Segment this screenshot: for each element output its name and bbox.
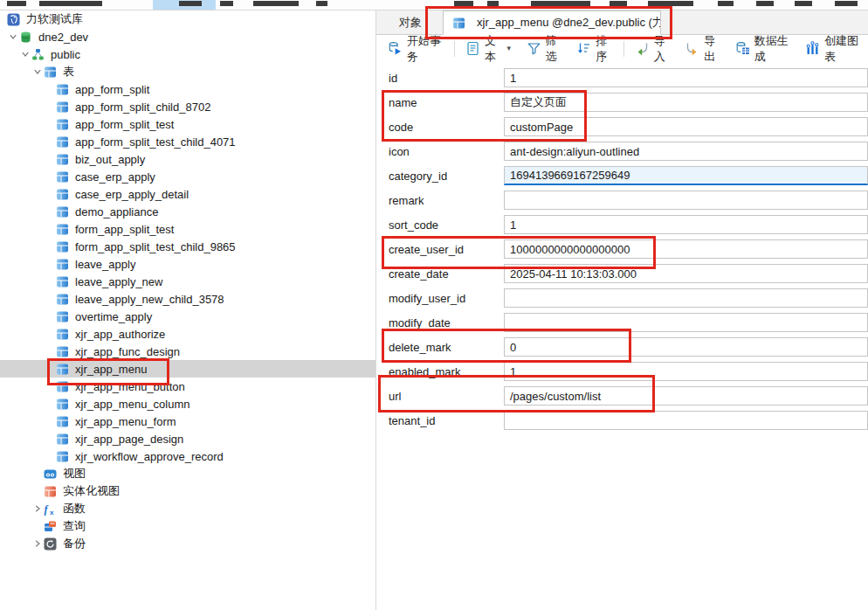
sort-button[interactable]: 排序 [569, 38, 620, 59]
table-icon [56, 345, 69, 358]
field-value-icon[interactable]: ant-design:aliyun-outlined [504, 142, 868, 161]
tree-item-label: dne2_dev [38, 31, 93, 44]
field-label-category_id: category_id [376, 170, 504, 183]
begin-transaction-button[interactable]: 开始事务 [381, 38, 451, 59]
tree-item-label: xjr_app_menu_button [75, 380, 190, 393]
field-value-delete_mark[interactable]: 0 [504, 337, 868, 357]
chevron-down-icon[interactable] [31, 68, 44, 75]
field-row-sort_code: sort_code1 [376, 212, 868, 237]
table-icon [56, 310, 69, 323]
field-value-category_id[interactable]: 1694139669167259649 [504, 166, 868, 185]
tab-bar: 对象 xjr_app_menu @dne2_dev.public (力... [376, 10, 868, 35]
text-mode-button[interactable]: 文本▼ [458, 38, 520, 59]
database-icon [19, 31, 32, 44]
field-value-create_user_id[interactable]: 1000000000000000000 [504, 239, 868, 259]
filter-label: 筛选 [546, 33, 563, 65]
tab-objects[interactable]: 对象 [376, 10, 443, 34]
field-value-code[interactable]: customPage [504, 117, 868, 136]
import-icon [635, 41, 650, 56]
data-generation-button[interactable]: 数据生成 [728, 38, 798, 59]
tree-item-section[interactable]: 备份 [0, 535, 375, 552]
tree-item-label: xjr_app_menu [75, 363, 152, 376]
chevron-right-icon[interactable] [31, 505, 44, 512]
field-value-enabled_mark[interactable]: 1 [504, 362, 868, 381]
tab-xjr-app-menu[interactable]: xjr_app_menu @dne2_dev.public (力... [443, 10, 661, 35]
field-row-create_user_id: create_user_id1000000000000000000 [376, 237, 868, 261]
field-value-name[interactable]: 自定义页面 [504, 93, 868, 112]
table-icon [56, 223, 69, 236]
table-icon [56, 293, 69, 306]
table-icon [452, 17, 465, 30]
tree-item-table-xjr_app_func_design[interactable]: xjr_app_func_design [0, 343, 375, 360]
field-row-remark: remark [376, 188, 868, 212]
tree-item-table-overtime_apply[interactable]: overtime_apply [0, 308, 375, 325]
tree-item-table-xjr_app_authorize[interactable]: xjr_app_authorize [0, 325, 375, 343]
tree-item-label: 备份 [63, 536, 91, 551]
table-icon [56, 433, 69, 446]
top-ribbon-cropped [0, 0, 868, 10]
tree-item-table-form_app_split_test[interactable]: form_app_split_test [0, 220, 375, 238]
tree-item-table-xjr_app_menu_column[interactable]: xjr_app_menu_column [0, 395, 375, 412]
import-button[interactable]: 导入 [628, 38, 679, 59]
field-value-remark[interactable] [504, 191, 868, 210]
create-chart-button[interactable]: 创建图表 [798, 38, 868, 59]
tree-item-table-xjr_app_menu[interactable]: xjr_app_menu [0, 360, 375, 378]
field-value-id[interactable]: 1 [504, 68, 868, 87]
chevron-down-icon[interactable] [19, 51, 31, 58]
tree-item-table-demo_appliance[interactable]: demo_appliance [0, 203, 375, 220]
tree-item-section[interactable]: fx函数 [0, 500, 375, 517]
field-value-create_date[interactable]: 2025-04-11 10:13:03.000 [504, 264, 868, 283]
tree-item-table-leave_apply[interactable]: leave_apply [0, 255, 375, 273]
chevron-down-icon[interactable] [7, 33, 19, 40]
tree-item-section[interactable]: 查询 [0, 517, 375, 535]
tree-item-label: app_form_split_test_child_4071 [75, 135, 241, 149]
field-value-modify_date[interactable] [504, 313, 868, 332]
tree-item-table-leave_apply_new_child_3578[interactable]: leave_apply_new_child_3578 [0, 290, 375, 308]
tree-item-table-xjr_app_menu_form[interactable]: xjr_app_menu_form [0, 412, 375, 430]
tree-item-table-case_erp_apply[interactable]: case_erp_apply [0, 168, 375, 185]
tree-item-table-case_erp_apply_detail[interactable]: case_erp_apply_detail [0, 185, 375, 203]
table-icon [56, 188, 69, 201]
ribbon-fragment [531, 1, 590, 6]
tree-item-tables-folder[interactable]: 表 [0, 63, 375, 80]
tree-item-table-biz_out_apply[interactable]: biz_out_apply [0, 150, 375, 168]
field-value-url[interactable]: /pages/custom/list [504, 386, 868, 406]
tree-item-label: xjr_app_authorize [75, 328, 170, 341]
tree-item-connection[interactable]: 力软测试库 [0, 10, 375, 28]
datagen-icon [735, 41, 750, 56]
tree-item-table-xjr_workflow_approve_record[interactable]: xjr_workflow_approve_record [0, 447, 375, 465]
tree-item-label: 力软测试库 [26, 11, 88, 27]
tree-item-label: demo_appliance [75, 205, 163, 218]
tree-item-label: 查询 [63, 518, 91, 534]
ribbon-fragment [610, 1, 627, 6]
export-button[interactable]: 导出 [678, 38, 728, 59]
field-label-code: code [376, 121, 504, 134]
tree-item-table-form_app_split_test_child_9865[interactable]: form_app_split_test_child_9865 [0, 238, 375, 255]
field-value-modify_user_id[interactable] [504, 288, 868, 308]
tree-item-section[interactable]: 实体化视图 [0, 482, 375, 500]
table-icon [56, 240, 69, 253]
field-label-url: url [376, 390, 504, 403]
table-icon [56, 398, 69, 411]
filter-button[interactable]: 筛选 [520, 38, 570, 59]
tree-item-label: 视图 [63, 466, 91, 482]
tree-item-table-xjr_app_page_design[interactable]: xjr_app_page_design [0, 430, 375, 447]
table-icon [56, 170, 69, 184]
field-row-tenant_id: tenant_id [376, 408, 868, 433]
tree-item-table-leave_apply_new[interactable]: leave_apply_new [0, 273, 375, 290]
tree-item-database[interactable]: dne2_dev [0, 28, 375, 45]
tree-item-table-app_form_split_child_8702[interactable]: app_form_split_child_8702 [0, 98, 375, 115]
field-label-icon: icon [376, 145, 504, 158]
ribbon-fragment [648, 1, 693, 6]
chevron-right-icon[interactable] [31, 540, 44, 547]
tree-item-section[interactable]: 视图 [0, 465, 375, 482]
tree-item-label: app_form_split [75, 83, 155, 96]
tree-item-table-app_form_split_test_child_4071[interactable]: app_form_split_test_child_4071 [0, 133, 375, 150]
tree-item-table-xjr_app_menu_button[interactable]: xjr_app_menu_button [0, 378, 375, 395]
tree-item-label: 实体化视图 [63, 483, 125, 499]
tree-item-table-app_form_split[interactable]: app_form_split [0, 80, 375, 98]
tree-item-table-app_form_split_test[interactable]: app_form_split_test [0, 115, 375, 133]
tree-item-schema[interactable]: public [0, 45, 375, 63]
field-value-tenant_id[interactable] [504, 411, 868, 430]
field-value-sort_code[interactable]: 1 [504, 215, 868, 234]
